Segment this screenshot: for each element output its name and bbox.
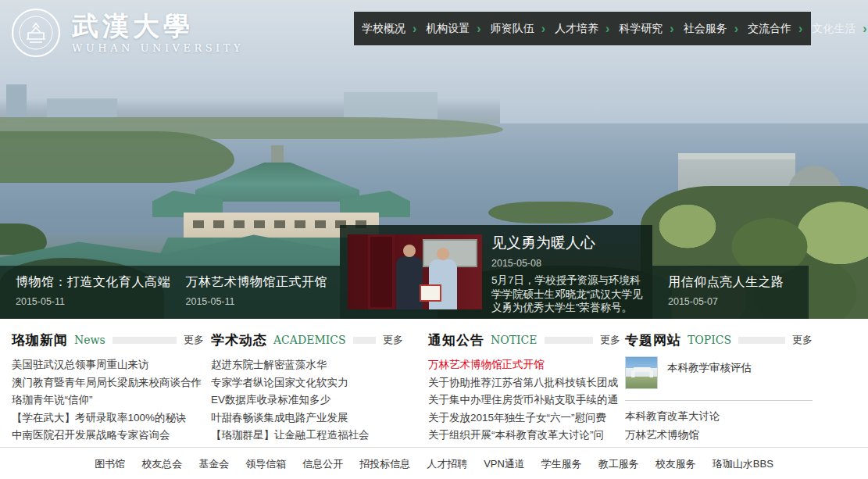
column-academics: 学术动态 ACADEMICS 更多 赵进东院士解密蓝藻水华 专家学者纵论国家文化…: [211, 331, 403, 445]
footer: 图书馆 校友总会 基金会 领导信箱 信息公开 招投标信息 人才招聘 VPN通道 …: [0, 447, 868, 479]
footer-link-library[interactable]: 图书馆: [95, 457, 125, 471]
section-title-en: TOPICS: [688, 334, 731, 346]
chevron-right-icon: ›: [670, 23, 673, 35]
main-navigation: 学校概况› 机构设置› 师资队伍› 人才培养› 科学研究› 社会服务› 交流合作…: [354, 12, 811, 45]
footer-link-info-disclosure[interactable]: 信息公开: [302, 457, 343, 471]
news-item[interactable]: EV数据库收录标准知多少: [211, 391, 403, 409]
news-item[interactable]: 叶甜春畅谈集成电路产业发展: [211, 409, 403, 427]
nav-item-cooperation[interactable]: 交流合作›: [743, 22, 807, 36]
hero-news-strip-left: 博物馆：打造文化育人高端 2015-05-11 万林艺术博物馆正式开馆 2015…: [0, 266, 340, 319]
logo-english-name: WUHAN UNIVERSITY: [72, 42, 244, 54]
section-title-cn: 珞珈新闻: [12, 331, 68, 349]
section-title-cn: 专题网站: [625, 331, 681, 349]
featured-news-title: 见义勇为暖人心: [491, 233, 646, 253]
footer-link-leader-mailbox[interactable]: 领导信箱: [245, 457, 286, 471]
featured-news-date: 2015-05-08: [491, 258, 646, 269]
more-link[interactable]: 更多: [600, 333, 620, 347]
nav-item-research[interactable]: 科学研究›: [614, 22, 678, 36]
topic-item[interactable]: 本科教育改革大讨论: [625, 407, 813, 426]
footer-link-student-services[interactable]: 学生服务: [541, 457, 582, 471]
news-item[interactable]: 中南医院召开发展战略专家咨询会: [12, 427, 204, 445]
chevron-right-icon: ›: [413, 23, 416, 35]
hero-slide-faith[interactable]: 用信仰点亮人生之路 2015-05-07: [652, 266, 809, 319]
more-link[interactable]: 更多: [184, 333, 204, 347]
more-link[interactable]: 更多: [792, 333, 813, 347]
section-divider-bar: [545, 337, 593, 344]
nav-item-organizations[interactable]: 机构设置›: [421, 22, 485, 36]
notice-item-highlighted[interactable]: 万林艺术博物馆正式开馆: [428, 356, 620, 374]
topic-featured[interactable]: 本科教学审核评估: [625, 356, 813, 389]
footer-link-alumni-services[interactable]: 校友服务: [655, 457, 696, 471]
notice-item[interactable]: 关于集中办理住房货币补贴支取手续的通: [428, 391, 620, 409]
notice-item[interactable]: 关于组织开展“本科教育改革大讨论”问: [428, 427, 620, 445]
section-title-en: NOTICE: [491, 334, 538, 346]
university-logo[interactable]: 武漢大學 WUHAN UNIVERSITY: [11, 8, 244, 58]
section-divider-bar: [353, 337, 376, 344]
featured-news-excerpt: 5月7日，学校授予资源与环境科学学院硕士生邓晓龙“武汉大学见义勇为优秀大学生”荣…: [491, 273, 646, 315]
footer-link-vpn[interactable]: VPN通道: [484, 457, 525, 471]
news-section: 珞珈新闻 News 更多 美国驻武汉总领事周重山来访 澳门教育暨青年局局长梁励来…: [0, 319, 868, 447]
news-item[interactable]: 美国驻武汉总领事周重山来访: [12, 356, 204, 374]
chevron-right-icon: ›: [734, 23, 738, 35]
topic-featured-label: 本科教学审核评估: [667, 361, 752, 375]
university-seal-icon: [11, 8, 61, 58]
news-item[interactable]: 【珞珈群星】让金融工程造福社会: [211, 427, 403, 445]
news-item[interactable]: 专家学者纵论国家文化软实力: [211, 374, 403, 392]
column-notice: 通知公告 NOTICE 更多 万林艺术博物馆正式开馆 关于协助推荐江苏省第八批科…: [428, 331, 620, 445]
column-luojia-news: 珞珈新闻 News 更多 美国驻武汉总领事周重山来访 澳门教育暨青年局局长梁励来…: [12, 331, 204, 445]
section-divider-bar: [738, 337, 785, 344]
column-topics: 专题网站 TOPICS 更多 本科教学审核评估 本科教育改革大讨论 万林艺术博物…: [625, 331, 813, 445]
section-title-en: News: [74, 334, 105, 346]
wuhan-university-homepage: 武漢大學 WUHAN UNIVERSITY 学校概况› 机构设置› 师资队伍› …: [0, 0, 868, 479]
topic-divider: [625, 400, 813, 401]
footer-link-alumni-association[interactable]: 校友总会: [141, 457, 182, 471]
nav-item-school-overview[interactable]: 学校概况›: [357, 22, 421, 36]
footer-link-recruitment[interactable]: 人才招聘: [427, 457, 467, 471]
notice-item[interactable]: 关于协助推荐江苏省第八批科技镇长团成: [428, 374, 620, 392]
chevron-right-icon: ›: [863, 23, 866, 35]
section-title-en: ACADEMICS: [273, 334, 346, 346]
nav-item-social-services[interactable]: 社会服务›: [679, 22, 743, 36]
nav-item-faculty[interactable]: 师资队伍›: [486, 22, 550, 36]
featured-news-photo: [348, 234, 482, 309]
nav-item-education[interactable]: 人才培养›: [550, 22, 614, 36]
footer-link-bidding-info[interactable]: 招投标信息: [359, 457, 410, 471]
news-item[interactable]: 【学在武大】考研录取率100%的秘诀: [12, 409, 204, 427]
footer-link-foundation[interactable]: 基金会: [198, 457, 229, 471]
chevron-right-icon: ›: [541, 23, 545, 35]
nav-item-cultural-life[interactable]: 文化生活›: [807, 22, 868, 36]
hero-slide-wanlin-opening[interactable]: 万林艺术博物馆正式开馆 2015-05-11: [170, 266, 341, 319]
topic-item[interactable]: 万林艺术博物馆: [625, 426, 813, 445]
hero-slide-museum-culture[interactable]: 博物馆：打造文化育人高端 2015-05-11: [0, 266, 170, 319]
news-item[interactable]: 澳门教育暨青年局局长梁励来校商谈合作: [12, 374, 204, 392]
chevron-right-icon: ›: [605, 23, 609, 35]
section-title-cn: 学术动态: [211, 331, 267, 349]
chevron-right-icon: ›: [477, 23, 480, 35]
section-divider-bar: [113, 337, 177, 344]
campus-gate-thumbnail: [625, 356, 658, 389]
logo-chinese-name: 武漢大學: [72, 12, 244, 40]
footer-link-luojia-bbs[interactable]: 珞珈山水BBS: [713, 457, 773, 471]
news-item[interactable]: 赵进东院士解密蓝藻水华: [211, 356, 403, 374]
news-item[interactable]: 珞珈青年说“信仰”: [12, 391, 204, 409]
chevron-right-icon: ›: [798, 23, 802, 35]
more-link[interactable]: 更多: [383, 333, 403, 347]
footer-link-staff-services[interactable]: 教工服务: [598, 457, 639, 471]
hero-featured-news[interactable]: 见义勇为暖人心 2015-05-08 5月7日，学校授予资源与环境科学学院硕士生…: [340, 225, 652, 319]
notice-item[interactable]: 关于发放2015年独生子女“六一”慰问费: [428, 409, 620, 427]
section-title-cn: 通知公告: [428, 331, 484, 349]
